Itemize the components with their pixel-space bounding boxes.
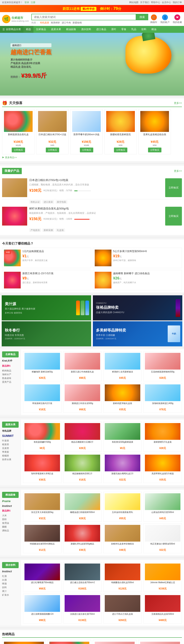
veg-link-4[interactable]: 苹果梨 (2, 450, 18, 454)
grain-link-3[interactable]: 食用油 (2, 522, 18, 525)
grain-product-5[interactable]: 特级酱油生抽500ml调味品 ¥12元 (23, 524, 62, 553)
nav-item-tea[interactable]: 茶叶 (109, 26, 119, 33)
nav-item-veg[interactable]: 蔬菜水果 (48, 26, 64, 33)
nav-item-selected[interactable]: 精选 (24, 26, 34, 33)
product-card-4[interactable]: 新疆哈密瓜新鲜甜瓜 ¥28元 ¥38 立即购买 (104, 109, 137, 154)
nav-item-import[interactable]: 进口食品 (94, 26, 109, 33)
fresh-product-7[interactable]: 新鲜鸡蛋30枚礼盒装 ¥35元 (103, 383, 142, 413)
topbar-login[interactable]: 登录 (24, 1, 29, 4)
nav-item-snack[interactable]: 零食 (119, 26, 129, 33)
drink-link-4[interactable]: 饮料 (2, 586, 18, 589)
veg-product-7[interactable]: 新疆无核白葡萄礼盒2斤 ¥22元 (103, 453, 142, 483)
drink-link-1[interactable]: 红酒 (2, 574, 18, 578)
product-card-2[interactable]: 日本进口精白米270G×12盒 ¥32元 ¥45 立即购买 (36, 109, 68, 154)
grain-product-6[interactable]: 新疆红枣礼盒装500g精品 ¥36元 (63, 524, 102, 553)
drink-product-5[interactable]: 进口淡啤酒德国精酿×24 ¥88元 (23, 594, 62, 624)
topbar-member[interactable]: 会员中心 (162, 1, 171, 4)
product-card-1[interactable]: 新鲜蔬菜混合装礼盒 ¥108元 ¥128 立即购买 (2, 109, 34, 154)
grain-link-2[interactable]: 面粉 (2, 518, 18, 521)
drink-product-6[interactable]: 法国进口波尔多红酒750ml ¥138元 (63, 594, 102, 624)
search-input[interactable] (31, 14, 136, 20)
fresh-product-8[interactable]: 深海鳕鱼新鲜进口400g ¥78元 (144, 383, 182, 413)
drink-product-4[interactable]: Johnnie Walker红牌威士忌 ¥158元 (144, 562, 182, 592)
hot-card-4[interactable]: 新鲜羊肉卷涮火锅500g装 ¥75元 ¥90元 (138, 640, 182, 644)
drink-product-2[interactable]: 进口威士忌组合装700ml×2 ¥188元 (63, 562, 102, 592)
veg-product-3[interactable]: 有机青瓜500g新鲜蔬菜 ¥6元 (103, 422, 142, 452)
add-cart-btn-3[interactable]: 立即购买 (80, 148, 93, 152)
nav-item-beverage[interactable]: 饮料 (139, 26, 149, 33)
hot-card-1[interactable]: 日本进口坚果礼盒精品装 ¥108元 ¥138元 (2, 640, 46, 644)
deal-card-4[interactable]: 越南椰青 新鲜椰子 进口绿色食品 ¥26元 越南原产，纯天然椰子水 (93, 270, 182, 290)
drink-link-3[interactable]: 啤酒 (2, 582, 18, 585)
buy-btn-2[interactable]: 立即购买 (165, 207, 182, 226)
product-card-5[interactable]: 坚果礼盒装精品组合装 ¥45元 ¥58 立即购买 (138, 109, 171, 154)
nav-item-drink[interactable]: 酒水饮料 (78, 26, 94, 33)
add-cart-btn-4[interactable]: 立即购买 (114, 148, 127, 152)
veg-link-5[interactable]: 柑橘类 (2, 454, 18, 457)
fresh-link-2[interactable]: 海鲜水产 (2, 373, 18, 376)
hot-search-3[interactable]: 进口牛肉 (62, 21, 71, 24)
veg-link-6[interactable]: 热带水果 (2, 458, 18, 461)
recommend-more[interactable]: 更多>> (174, 169, 182, 173)
fresh-product-4[interactable]: 五花肉精装新鲜猪肉500g ¥28元 (144, 351, 182, 381)
fresh-link-1[interactable]: 鲜肉制品 (2, 369, 18, 372)
topbar-sitemap[interactable]: 网站地图 (129, 1, 138, 4)
account-icon-area[interactable]: 👤 我的账户 (160, 14, 170, 24)
drink-link-2[interactable]: 白酒 (2, 578, 18, 582)
add-cart-btn-1[interactable]: 立即购买 (12, 148, 25, 152)
grain-product-8[interactable]: 纯正芝麻油小磨香油500ml ¥22元 (144, 524, 182, 553)
hot-card-3[interactable]: 进口澳洲牛肉精装礼盒500g ¥120元 ¥148元 (93, 640, 136, 644)
drink-product-3[interactable]: 纯粮酿造白酒礼盒500ml ¥128元 (103, 562, 142, 592)
banner-duomeixian[interactable]: 多美鲜等品牌特卖 营养丰富 口感细嫩 活动时间：2235/2247元 牛奶 (93, 321, 182, 346)
drink-link-6[interactable]: 矿泉水 (2, 594, 18, 596)
topbar-about[interactable]: 关于我们 (140, 1, 149, 4)
grain-product-2[interactable]: 橄榄油进口特级初榨500ml ¥28元 (63, 492, 102, 522)
daily-more[interactable]: 更多>> (174, 102, 182, 105)
banner-autumn[interactable]: 秋冬春行 特惠活动 专享优惠 活动时间：2225/2247元 (2, 321, 91, 346)
grain-link-1[interactable]: 大米 (2, 514, 18, 517)
drink-product-8[interactable]: 五粮液精品礼盒装500ml ¥480元 (144, 594, 182, 624)
category-button[interactable]: ☰ 全部商品分类 (0, 26, 24, 33)
search-button[interactable]: 搜索 (136, 14, 148, 20)
drink-product-7[interactable]: 进口干邑白兰地礼盒装 ¥260元 (103, 594, 142, 624)
fresh-product-3[interactable]: 鲜美虾仁去壳新鲜速冻 ¥45元 (103, 351, 142, 381)
hot-search-4[interactable]: 新疆核桃 (72, 21, 82, 24)
cart-icon-area[interactable]: 🛒 购物车 (150, 14, 157, 24)
fresh-product-2[interactable]: 新西兰进口牛肉精装礼盒 ¥88元 (63, 351, 102, 381)
grain-link-4[interactable]: 酱醋 (2, 525, 18, 528)
drink-link-5[interactable]: 果汁 (2, 590, 18, 593)
grain-product-1[interactable]: 东北五常大米稻花香5kg ¥32元 (23, 492, 62, 522)
veg-link-1[interactable]: 叶菜类 (2, 439, 18, 442)
veg-link-2[interactable]: 根菜类 (2, 443, 18, 446)
veg-product-8[interactable]: 高原苹果礼盒装5斤精选 ¥35元 (144, 453, 182, 483)
buy-btn-1[interactable]: 立即购买 (165, 178, 182, 197)
add-cart-btn-2[interactable]: 立即购买 (46, 148, 59, 152)
fresh-product-5[interactable]: 草鱼新鲜活鱼约2斤装 ¥18元 (23, 383, 62, 413)
daily-more-link[interactable]: ▶ 更多商品>> (2, 156, 182, 159)
deal-card-2[interactable]: 5公斤多果汁饮料型装500ml×6 ¥19元 多种口味可选，健康美味 (93, 248, 182, 268)
veg-product-1[interactable]: 有机菠菜嫩叶500g ¥8元 (23, 422, 62, 452)
topbar-orders[interactable]: 我的订单 (173, 1, 182, 4)
hot-search-2[interactable]: 南美鲜虾 (51, 21, 60, 24)
collect-icon-area[interactable]: ❤ 我的收藏 (173, 14, 182, 24)
deal-card-1[interactable]: 特惠 1元代金购菜配送品 ¥1元 新用户专享，购买蔬菜立减 (2, 248, 91, 268)
hot-card-2[interactable]: 1元代金购菜新用户专享 ¥1元 ¥30元 (48, 640, 91, 644)
grain-product-7[interactable]: 杂粮米礼盒多种谷物组合 ¥48元 (103, 524, 142, 553)
topbar-register[interactable]: 注册 (31, 1, 35, 4)
veg-product-2[interactable]: 精品石榴新鲜大石榴2斤 ¥26元 (63, 422, 102, 452)
veg-product-5[interactable]: 智利草莓新鲜大草莓1盒 ¥38元 (23, 453, 62, 483)
fresh-product-1[interactable]: 鲜嫩海胆 新鲜活体50g ¥26元 (23, 351, 62, 381)
veg-link-3[interactable]: 瓜菜类 (2, 447, 18, 450)
add-cart-btn-5[interactable]: 立即购买 (148, 148, 162, 152)
nav-item-fresh[interactable]: 生鲜食品 (34, 26, 48, 33)
product-card-3[interactable]: 营养早餐牛奶280ml×18盒 ¥156元 ¥188 立即购买 (70, 109, 103, 154)
grain-link-5[interactable]: 调味品 (2, 529, 18, 532)
nav-item-oil[interactable]: 粮油 (149, 26, 159, 33)
banner-meizhiyuan[interactable]: 美汁源 美汁源品牌特卖 果汁健康专家 多种口味 健康美味 (2, 295, 91, 320)
fresh-product-6[interactable]: 澳洲进口羊排冷冻500g ¥68元 (63, 383, 102, 413)
deal-card-3[interactable]: 新西兰奇异果11-15个/3斤装 ¥9元 进口直达，新鲜美味奇异果 (2, 270, 91, 290)
hot-search-1[interactable]: 有机蔬菜 (40, 21, 49, 24)
veg-product-4[interactable]: 新鲜脐橙5斤礼盒装 ¥28元 (144, 422, 182, 452)
grain-product-4[interactable]: 山茶油压榨纯天然500ml ¥45元 (144, 492, 182, 522)
nav-item-dairy[interactable]: 乳品 (129, 26, 139, 33)
